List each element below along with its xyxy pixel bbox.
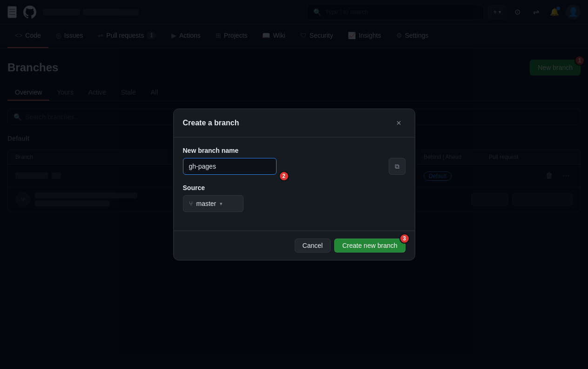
source-dropdown[interactable]: ⑂ master ▾ <box>183 195 243 212</box>
step-2-badge: 2 <box>279 171 289 181</box>
copy-icon: ⧉ <box>395 163 399 171</box>
modal-overlay: Create a branch × New branch name 2 ⧉ So… <box>0 0 588 369</box>
modal-close-button[interactable]: × <box>392 116 406 130</box>
create-branch-modal: Create a branch × New branch name 2 ⧉ So… <box>173 109 415 260</box>
chevron-down-icon: ▾ <box>220 201 223 207</box>
input-wrapper: 2 <box>183 158 385 175</box>
branch-name-label: New branch name <box>183 147 406 154</box>
step-3-badge: 3 <box>399 233 410 244</box>
branch-name-input[interactable] <box>183 158 277 175</box>
modal-title: Create a branch <box>183 119 239 127</box>
cancel-button[interactable]: Cancel <box>295 239 331 253</box>
modal-header: Create a branch × <box>174 109 415 137</box>
modal-body: New branch name 2 ⧉ Source ⑂ master ▾ <box>174 137 415 231</box>
branch-name-input-row: 2 ⧉ <box>183 158 406 175</box>
create-branch-label: Create new branch <box>342 242 397 249</box>
branch-icon: ⑂ <box>189 200 193 207</box>
source-group: Source ⑂ master ▾ <box>183 184 406 212</box>
copy-branch-name-button[interactable]: ⧉ <box>389 158 406 175</box>
branch-name-group: New branch name 2 ⧉ <box>183 147 406 175</box>
source-label: Source <box>183 184 406 191</box>
source-value: master <box>196 200 216 207</box>
modal-footer: Cancel Create new branch 3 <box>174 231 415 260</box>
create-branch-button[interactable]: Create new branch 3 <box>334 239 405 253</box>
